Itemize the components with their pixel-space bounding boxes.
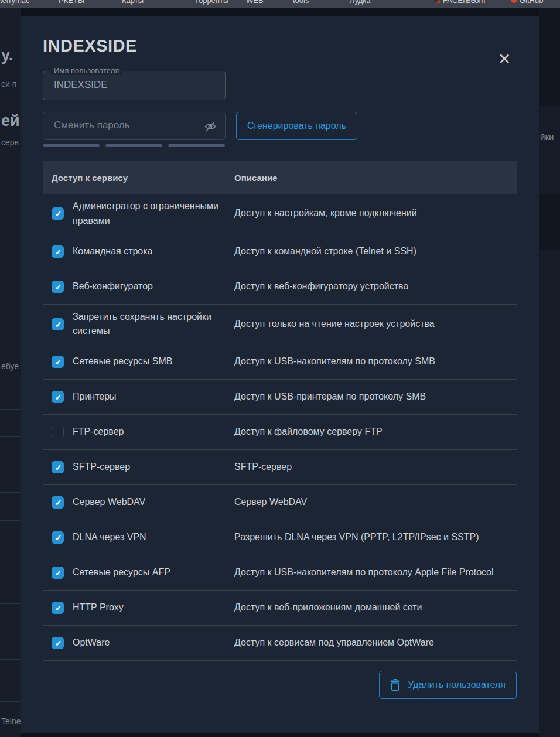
service-name: Администратор с ограниченными правами <box>73 199 234 228</box>
background-heading-fragment: ей <box>1 112 20 130</box>
table-row: ✓ Принтеры Доступ к USB-принтерам по про… <box>43 380 517 415</box>
service-checkbox[interactable]: ✓ <box>52 602 64 614</box>
service-name: Запретить сохранять настройки системы <box>73 310 234 339</box>
strength-segment <box>43 144 100 147</box>
service-name: FTP-сервер <box>73 425 234 439</box>
column-header-description: Описание <box>234 173 508 183</box>
password-field[interactable]: Сменить пароль <box>43 112 226 140</box>
bookmark-favicon-icon <box>511 0 517 3</box>
password-placeholder: Сменить пароль <box>54 120 130 131</box>
trash-icon <box>390 679 400 691</box>
bookmark-label: GitHub <box>520 0 543 5</box>
service-checkbox[interactable]: ✓ <box>52 318 64 330</box>
screen: РКЕТЫ Карты Торренты WEB tools <box>0 0 560 737</box>
bookmark-label: Лудка <box>350 0 371 5</box>
service-name: SFTP-сервер <box>73 460 234 475</box>
bookmark-item[interactable]: Лудка <box>350 0 371 5</box>
checkmark-icon: ✓ <box>52 567 64 579</box>
table-header-row: Доступ к сервису Описание <box>43 161 517 194</box>
bookmark-label: WEB <box>246 0 264 5</box>
background-page-right: йки <box>539 8 560 737</box>
generate-password-button[interactable]: Сгенерировать пароль <box>236 112 357 140</box>
table-row: ✓ HTTP Proxy Доступ к веб-приложениям до… <box>43 591 517 626</box>
service-checkbox[interactable]: ✓ <box>52 496 64 509</box>
service-name: Командная строка <box>73 244 234 259</box>
background-heading-fragment: у. <box>1 46 13 64</box>
bookmark-item[interactable]: Карты <box>122 0 144 5</box>
service-checkbox[interactable]: ✓ <box>52 637 64 649</box>
service-description: Разрешить DLNA через VPN (PPTP, L2TP/IPs… <box>234 530 508 545</box>
bookmark-item[interactable]: BS <box>466 0 476 5</box>
service-name: Веб-конфигуратор <box>73 279 234 294</box>
checkmark-icon: ✓ <box>52 602 64 615</box>
service-description: Доступ к настройкам, кроме подключений <box>234 206 508 221</box>
checkmark-icon: ✓ <box>52 281 64 294</box>
service-name: Сетевые ресурсы SMB <box>73 354 234 369</box>
bookmark-item[interactable]: РКЕТЫ <box>59 0 84 5</box>
table-row: ✓ Сетевые ресурсы SMB Доступ к USB-накоп… <box>43 344 517 380</box>
bookmark-label: BS <box>466 0 476 5</box>
eye-off-icon[interactable] <box>204 120 217 133</box>
checkmark-icon: ✓ <box>52 637 64 650</box>
background-text-fragment: серв <box>1 138 19 147</box>
background-text-fragment: си п <box>1 79 16 88</box>
service-description: Доступ к USB-накопителям по протоколу SM… <box>234 354 508 369</box>
delete-user-button[interactable]: Удалить пользователя <box>379 671 517 699</box>
service-description: Сервер WebDAV <box>234 495 508 510</box>
bookmark-label: Карты <box>122 0 144 5</box>
service-checkbox[interactable]: ✓ <box>52 531 64 544</box>
bookmark-label: Торренты <box>194 0 228 5</box>
service-checkbox[interactable]: ✓ <box>52 245 64 258</box>
service-name: OptWare <box>73 636 234 650</box>
bookmark-item[interactable]: terrymac <box>0 0 30 5</box>
service-checkbox[interactable]: ✓ <box>52 281 64 293</box>
table-body: ✓ Администратор с ограниченными правами … <box>43 194 517 661</box>
service-description: SFTP-сервер <box>234 460 508 475</box>
bookmark-item[interactable]: GitHub <box>511 0 543 5</box>
service-description: Доступ к командной строке (Telnet и SSH) <box>234 244 508 259</box>
bookmark-item[interactable]: tools <box>293 0 309 5</box>
service-name: HTTP Proxy <box>73 600 234 615</box>
bookmark-item[interactable]: WEB <box>246 0 264 5</box>
table-row: ✓ DLNA через VPN Разрешить DLNA через VP… <box>43 520 517 555</box>
checkmark-icon: ✓ <box>52 246 64 258</box>
table-row: ✓ Командная строка Доступ к командной ст… <box>43 234 517 269</box>
service-description: Доступ только на чтение настроек устройс… <box>234 317 508 332</box>
background-text-fragment: ебуе <box>1 361 19 371</box>
checkmark-icon: ✓ <box>52 497 64 509</box>
bookmark-label: РКЕТЫ <box>59 0 84 5</box>
service-checkbox[interactable]: ✓ <box>52 426 64 438</box>
service-checkbox[interactable]: ✓ <box>52 207 64 220</box>
service-checkbox[interactable]: ✓ <box>52 356 64 368</box>
service-checkbox[interactable]: ✓ <box>52 567 64 579</box>
bookmark-favicon-icon <box>435 0 440 3</box>
service-description: Доступ к веб-конфигуратору устройства <box>234 279 508 294</box>
checkmark-icon: ✓ <box>52 532 64 544</box>
username-field-value: INDEXSIDE <box>54 79 108 91</box>
bookmark-label: terrymac <box>0 0 30 5</box>
service-name: Принтеры <box>73 390 234 404</box>
service-description: Доступ к файловому серверу FTP <box>234 425 508 439</box>
background-page-left: у. си п ей серв ебуе Telne <box>0 8 21 737</box>
table-row: ✓ Запретить сохранять настройки системы … <box>43 305 517 345</box>
table-row: ✓ SFTP-сервер SFTP-сервер <box>43 450 517 485</box>
bookmark-label: tools <box>293 0 309 5</box>
service-checkbox[interactable]: ✓ <box>52 461 64 473</box>
password-strength-meter <box>43 144 226 147</box>
username-field[interactable]: Имя пользователя INDEXSIDE <box>43 71 226 100</box>
checkmark-icon: ✓ <box>52 462 64 474</box>
column-header-service: Доступ к сервису <box>52 173 234 183</box>
table-row: ✓ Веб-конфигуратор Доступ к веб-конфигур… <box>43 269 517 305</box>
username-field-label: Имя пользователя <box>50 66 122 75</box>
background-text-fragment: йки <box>540 132 554 142</box>
close-icon[interactable]: ✕ <box>496 50 513 68</box>
table-row: ✓ Сервер WebDAV Сервер WebDAV <box>43 485 517 520</box>
service-checkbox[interactable]: ✓ <box>52 391 64 403</box>
service-access-table: Доступ к сервису Описание ✓ Администрато… <box>43 161 517 661</box>
checkmark-icon: ✓ <box>52 208 64 220</box>
service-description: Доступ к веб-приложениям домашней сети <box>234 600 508 615</box>
bookmark-item[interactable]: Торренты <box>194 0 228 5</box>
service-description: Доступ к USB-принтерам по протоколу SMB <box>234 390 508 404</box>
strength-segment <box>105 144 162 147</box>
bookmark-item[interactable]: FACEIT.com <box>435 0 485 5</box>
